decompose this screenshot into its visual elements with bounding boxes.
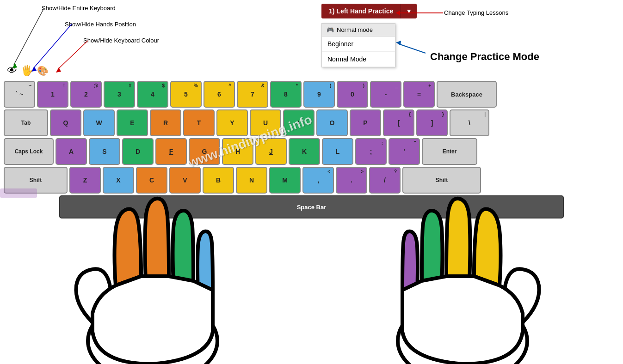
svg-line-2 — [33, 24, 72, 68]
key-capslock[interactable]: Caps Lock — [4, 138, 54, 165]
key-8[interactable]: *8 — [270, 81, 302, 108]
svg-line-8 — [399, 44, 426, 53]
key-1[interactable]: !1 — [37, 81, 68, 108]
key-4[interactable]: $4 — [137, 81, 168, 108]
key-backslash[interactable]: |\ — [450, 109, 489, 136]
key-a[interactable]: A — [56, 138, 87, 165]
key-5[interactable]: %5 — [170, 81, 202, 108]
label-change-mode: Change Practice Mode — [430, 51, 539, 63]
key-d[interactable]: D — [122, 138, 154, 165]
key-l[interactable]: L — [322, 138, 353, 165]
label-change-lessons: Change Typing Lessons — [444, 9, 508, 16]
key-rbracket[interactable]: }] — [416, 109, 448, 136]
keyboard-row-2: Tab Q W E R T Y U I O P {[ }] |\ — [4, 109, 619, 136]
key-e[interactable]: E — [117, 109, 148, 136]
key-j[interactable]: J — [255, 138, 287, 165]
lesson-dropdown-button[interactable]: ▼ — [401, 4, 417, 18]
key-backspace[interactable]: Backspace — [437, 81, 497, 108]
key-lbracket[interactable]: {[ — [383, 109, 414, 136]
paint-icon[interactable]: 🎨 — [37, 65, 49, 76]
label-show-keyboard: Show/Hide Entire Keyboard — [42, 5, 116, 12]
right-hand — [398, 199, 539, 364]
label-show-colour: Show/Hide Keyboard Colour — [83, 37, 159, 44]
lesson-button[interactable]: 1) Left Hand Practice — [321, 4, 401, 18]
key-k[interactable]: K — [289, 138, 320, 165]
key-quote[interactable]: "' — [389, 138, 420, 165]
key-u[interactable]: U — [250, 109, 281, 136]
key-y[interactable]: Y — [216, 109, 248, 136]
key-semicolon[interactable]: :; — [355, 138, 387, 165]
key-p[interactable]: P — [350, 109, 381, 136]
label-show-hands: Show/Hide Hands Position — [65, 21, 136, 28]
key-minus[interactable]: _- — [370, 81, 401, 108]
keyboard-row-3: Caps Lock A S D F G H J K L :; "' Enter — [4, 138, 619, 165]
key-s[interactable]: S — [89, 138, 120, 165]
mode-beginner-item[interactable]: Beginner — [322, 36, 395, 52]
key-enter[interactable]: Enter — [422, 138, 477, 165]
icons-row: 👁 🖐 🎨 — [7, 65, 49, 77]
svg-line-0 — [14, 8, 44, 65]
key-q[interactable]: Q — [50, 109, 81, 136]
key-r[interactable]: R — [150, 109, 181, 136]
key-0[interactable]: )0 — [337, 81, 368, 108]
key-i[interactable]: I — [283, 109, 315, 136]
key-g[interactable]: G — [189, 138, 220, 165]
svg-line-4 — [58, 41, 88, 69]
gamepad-icon: 🎮 — [327, 26, 334, 33]
key-t[interactable]: T — [183, 109, 215, 136]
svg-rect-10 — [0, 188, 37, 198]
mode-dropdown: 🎮 Normal mode Beginner Normal Mode — [321, 23, 395, 67]
key-7[interactable]: &7 — [237, 81, 268, 108]
key-o[interactable]: O — [316, 109, 348, 136]
svg-marker-9 — [396, 41, 401, 45]
key-2[interactable]: @2 — [70, 81, 102, 108]
hand-icon[interactable]: 🖐 — [21, 65, 33, 77]
key-6[interactable]: ^6 — [204, 81, 235, 108]
key-9[interactable]: (9 — [303, 81, 335, 108]
mode-normal-item[interactable]: Normal Mode — [322, 52, 395, 67]
mode-dropdown-header: 🎮 Normal mode — [322, 24, 395, 36]
keyboard-row-1: ~` ~ !1 @2 #3 $4 %5 ^6 &7 *8 (9 )0 — [4, 81, 619, 108]
key-w[interactable]: W — [83, 109, 115, 136]
key-backtick[interactable]: ~` ~ — [4, 81, 35, 108]
left-hand — [76, 199, 217, 364]
lesson-selector: 1) Left Hand Practice ▼ — [321, 4, 417, 18]
key-equal[interactable]: += — [403, 81, 435, 108]
mode-header-label: Normal mode — [337, 26, 373, 33]
key-3[interactable]: #3 — [104, 81, 135, 108]
key-f[interactable]: F — [155, 138, 187, 165]
eye-icon[interactable]: 👁 — [7, 65, 17, 77]
key-h[interactable]: H — [222, 138, 253, 165]
svg-marker-5 — [56, 67, 61, 73]
key-tab[interactable]: Tab — [4, 109, 48, 136]
